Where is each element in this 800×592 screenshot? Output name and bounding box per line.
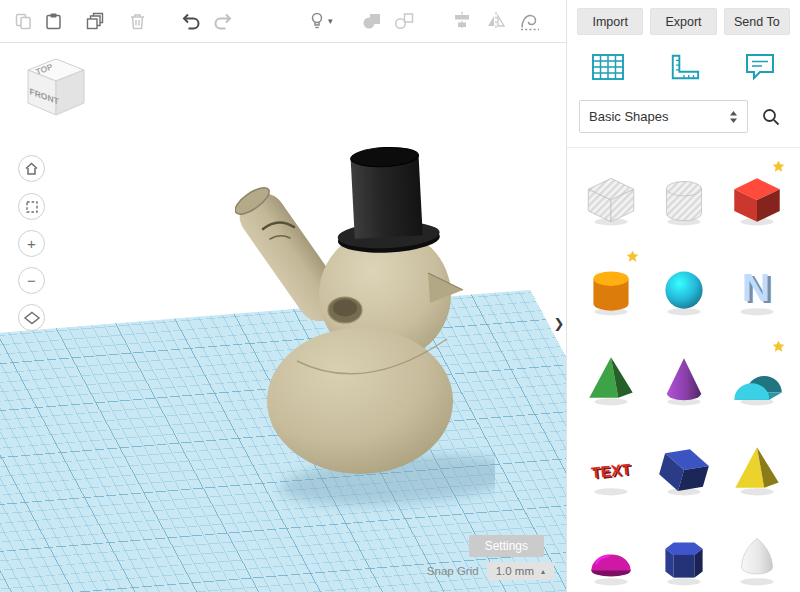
ruler-tool-button[interactable]	[669, 52, 701, 82]
home-view-button[interactable]	[18, 155, 45, 182]
search-button[interactable]	[754, 100, 788, 133]
workplane-tool-button[interactable]	[591, 53, 625, 81]
main-toolbar: ▾	[0, 0, 566, 43]
redo-icon	[212, 11, 234, 31]
zoom-in-button[interactable]: +	[18, 230, 45, 257]
ungroup-icon	[394, 12, 414, 30]
snap-grid-select[interactable]: 1.0 mm ▴	[487, 562, 554, 580]
perspective-icon	[23, 310, 41, 326]
shape-tile-cone[interactable]	[650, 336, 717, 420]
send-to-button[interactable]: Send To	[724, 8, 790, 35]
perspective-toggle-button[interactable]	[18, 304, 45, 331]
copy-button[interactable]	[8, 6, 38, 36]
text-shape-icon: TEXTTEXT	[580, 439, 642, 497]
paraboloid-shape-icon	[726, 529, 788, 587]
snap-grid-value: 1.0 mm	[496, 565, 534, 577]
zoom-out-button[interactable]: −	[18, 267, 45, 294]
import-button[interactable]: Import	[577, 8, 643, 35]
cylinder-hole-shape-icon	[653, 169, 715, 227]
top-hat	[333, 145, 440, 255]
chevron-right-icon: ❯	[554, 316, 565, 331]
search-icon	[761, 107, 781, 127]
box-shape-icon	[726, 169, 788, 227]
lightbulb-icon	[308, 11, 326, 31]
copy-icon	[14, 12, 33, 31]
viewport-3d[interactable]: TOP FRONT + − ❯ Settings Snap Grid 1.0 m…	[0, 43, 566, 592]
workplane-grid-icon	[591, 53, 625, 81]
ungroup-button[interactable]	[389, 6, 419, 36]
shape-tile-pyramid[interactable]	[577, 336, 644, 420]
editor-column: ▾	[0, 0, 566, 592]
box-hole-shape-icon	[580, 169, 642, 227]
notes-bubble-icon	[744, 52, 776, 82]
polygon-shape-icon	[653, 439, 715, 497]
shape-tile-cylinder[interactable]	[577, 246, 644, 330]
undo-button[interactable]	[176, 6, 206, 36]
measuring-tape-icon	[519, 11, 541, 31]
sphere-shape-icon	[653, 259, 715, 317]
shape-tile-half-sphere[interactable]	[577, 516, 644, 592]
pyramid-shape-icon	[580, 349, 642, 407]
panel-tools	[567, 42, 800, 88]
text-n-shape-icon: NN	[726, 259, 788, 317]
shape-category-row: Basic Shapes	[567, 88, 800, 148]
favorite-star-icon[interactable]	[772, 160, 785, 173]
select-caret-icon	[729, 110, 738, 124]
fit-view-button[interactable]	[18, 193, 45, 220]
paste-button[interactable]	[38, 6, 68, 36]
tinkercad-app: ▾	[0, 0, 800, 592]
group-icon	[362, 12, 382, 30]
shape-tile-text-n[interactable]: NN	[723, 246, 790, 330]
group-button[interactable]	[357, 6, 387, 36]
view-cube[interactable]: TOP FRONT	[14, 53, 98, 127]
pyramid-yellow-shape-icon	[726, 439, 788, 497]
ruler-helper-button[interactable]	[515, 6, 545, 36]
shape-tile-box[interactable]	[723, 156, 790, 240]
plus-icon: +	[27, 236, 36, 251]
home-icon	[23, 160, 40, 177]
cylinder-shape-icon	[580, 259, 642, 317]
trash-icon	[128, 12, 147, 31]
half-sphere-shape-icon	[580, 529, 642, 587]
shape-category-select[interactable]: Basic Shapes	[579, 100, 748, 133]
export-button[interactable]: Export	[650, 8, 716, 35]
shape-tile-box-hole[interactable]	[577, 156, 644, 240]
paste-icon	[44, 12, 63, 31]
mirror-button[interactable]	[481, 6, 511, 36]
shape-category-value: Basic Shapes	[589, 109, 669, 124]
redo-button[interactable]	[208, 6, 238, 36]
align-button[interactable]	[447, 6, 477, 36]
shape-library-grid: NNTEXTTEXT	[567, 148, 800, 592]
favorite-star-icon[interactable]	[626, 250, 639, 263]
shape-tile-paraboloid[interactable]	[723, 516, 790, 592]
shape-tile-polygon[interactable]	[650, 426, 717, 510]
shape-tile-hex-prism[interactable]	[650, 516, 717, 592]
align-icon	[452, 11, 472, 31]
grid-settings-button[interactable]: Settings	[469, 535, 544, 557]
notes-tool-button[interactable]	[744, 52, 776, 82]
hex-prism-shape-icon	[653, 529, 715, 587]
shape-tile-sphere[interactable]	[650, 246, 717, 330]
shape-tile-cylinder-hole[interactable]	[650, 156, 717, 240]
shapes-panel: Import Export Send To Basic Shapes	[566, 0, 800, 592]
model-teapot-with-hat[interactable]	[235, 143, 495, 523]
minus-icon: −	[27, 273, 36, 288]
roof-shape-icon	[726, 349, 788, 407]
fit-view-icon	[24, 199, 40, 215]
favorite-star-icon[interactable]	[772, 340, 785, 353]
tips-dropdown-caret-icon[interactable]: ▾	[328, 16, 333, 26]
snap-grid-controls: Snap Grid 1.0 mm ▴	[427, 562, 554, 580]
undo-icon	[180, 11, 202, 31]
duplicate-icon	[85, 11, 105, 31]
mirror-icon	[486, 11, 506, 31]
ruler-icon	[669, 52, 701, 82]
shape-tile-roof[interactable]	[723, 336, 790, 420]
duplicate-button[interactable]	[80, 6, 110, 36]
delete-button[interactable]	[122, 6, 152, 36]
svg-text:N: N	[741, 265, 769, 309]
model-body	[267, 328, 453, 474]
collapse-panel-button[interactable]: ❯	[552, 305, 566, 341]
snap-grid-label: Snap Grid	[427, 565, 479, 577]
shape-tile-text[interactable]: TEXTTEXT	[577, 426, 644, 510]
shape-tile-pyramid-yellow[interactable]	[723, 426, 790, 510]
